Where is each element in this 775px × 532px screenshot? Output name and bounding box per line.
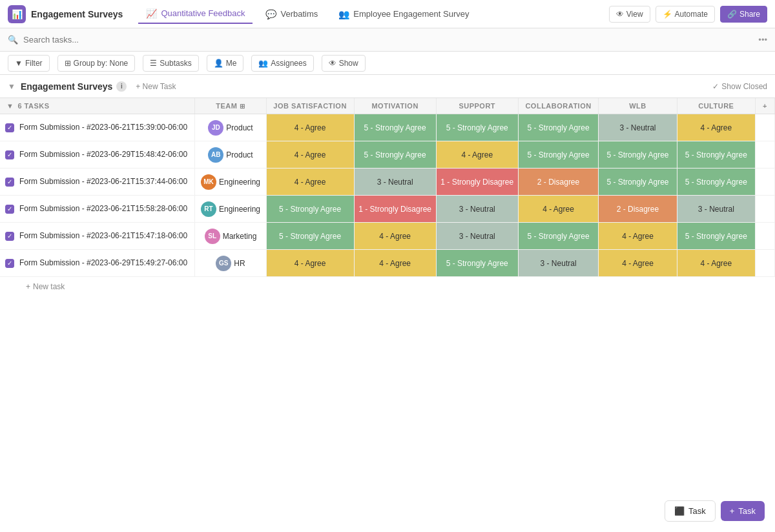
culture-cell[interactable]: 5 - Strongly Agree [677,169,755,196]
subtasks-icon: ☰ [150,59,157,68]
collaboration-cell[interactable]: 2 - Disagree [518,169,599,196]
tab-employee-survey[interactable]: 👥 Employee Engagement Survey [331,5,477,23]
task-name-label: Form Submission - #2023-06-21T15:37:44-0… [19,177,187,187]
table-header-row: ▼ 6 TASKS TEAM ⊞ JOB SATISFACTION MOTIVA… [0,98,775,114]
wlb-cell[interactable]: 5 - Strongly Agree [599,141,677,169]
motivation-cell[interactable]: 3 - Neutral [354,169,436,196]
table-row: ✓ Form Submission - #2023-06-21T15:58:28… [0,196,775,223]
tab-quantitative-feedback[interactable]: 📈 Quantitative Feedback [138,5,253,24]
task-name-cell: ✓ Form Submission - #2023-06-21T15:39:00… [0,114,195,141]
share-button[interactable]: 🔗 Share [720,6,767,23]
motivation-cell[interactable]: 4 - Agree [354,250,436,277]
culture-cell[interactable]: 4 - Agree [677,114,755,141]
verbatims-icon: 💬 [265,9,276,19]
add-column-icon[interactable]: + [763,102,767,110]
avatar: MK [201,174,216,190]
job_satisfaction-cell[interactable]: 4 - Agree [266,250,354,277]
culture-cell[interactable]: 5 - Strongly Agree [677,223,755,250]
task-checkbox[interactable]: ✓ [5,232,14,241]
support-cell[interactable]: 4 - Agree [436,141,518,169]
subtasks-button[interactable]: ☰ Subtasks [143,55,198,72]
add-task-plus-icon: + [26,282,30,291]
team-sort-icon[interactable]: ⊞ [240,103,245,110]
collaboration-cell[interactable]: 5 - Strongly Agree [518,141,599,169]
me-icon: 👤 [214,59,223,68]
row-actions-cell [756,196,775,223]
add-task-row[interactable]: + New task [0,277,775,296]
support-cell[interactable]: 3 - Neutral [436,196,518,223]
search-input[interactable] [23,35,152,45]
wlb-cell[interactable]: 5 - Strongly Agree [599,169,677,196]
app-icon: 📊 [8,5,26,23]
search-options-button[interactable]: ••• [758,35,767,45]
filter-button[interactable]: ▼ Filter [8,55,50,72]
row-actions-cell [756,141,775,169]
culture-cell[interactable]: 5 - Strongly Agree [677,141,755,169]
collapse-button[interactable]: ▼ [8,82,16,91]
view-button[interactable]: 👁 View [609,6,650,23]
team-cell: JD Product [195,114,266,141]
support-cell[interactable]: 5 - Strongly Agree [436,114,518,141]
nav-actions: 👁 View ⚡ Automate 🔗 Share [609,6,767,23]
team-label: Engineering [219,205,260,214]
project-info-icon[interactable]: i [116,81,127,92]
collapse-all-icon[interactable]: ▼ [6,102,14,110]
motivation-cell[interactable]: 5 - Strongly Agree [354,114,436,141]
group-by-button[interactable]: ⊞ Group by: None [57,55,136,72]
assignees-button[interactable]: 👥 Assignees [251,55,313,72]
wlb-cell[interactable]: 4 - Agree [599,250,677,277]
wlb-cell[interactable]: 3 - Neutral [599,114,677,141]
motivation-cell[interactable]: 1 - Strongly Disagree [354,196,436,223]
automate-button[interactable]: ⚡ Automate [656,6,715,23]
culture-cell[interactable]: 3 - Neutral [677,196,755,223]
team-label: Product [226,150,253,159]
task-name-cell: ✓ Form Submission - #2023-06-21T15:47:18… [0,223,195,250]
wlb-cell[interactable]: 4 - Agree [599,223,677,250]
wlb-cell[interactable]: 2 - Disagree [599,196,677,223]
project-name: Engagement Surveys i [21,81,127,92]
row-actions-cell [756,114,775,141]
job_satisfaction-cell[interactable]: 5 - Strongly Agree [266,223,354,250]
team-label: Marketing [223,232,257,241]
task-checkbox[interactable]: ✓ [5,259,14,268]
col-header-job-satisfaction: JOB SATISFACTION [266,98,354,114]
task-name-cell: ✓ Form Submission - #2023-06-29T15:48:42… [0,141,195,169]
task-name-label: Form Submission - #2023-06-21T15:39:00-0… [19,123,187,133]
job_satisfaction-cell[interactable]: 4 - Agree [266,114,354,141]
table-row: ✓ Form Submission - #2023-06-21T15:47:18… [0,223,775,250]
motivation-cell[interactable]: 5 - Strongly Agree [354,141,436,169]
show-button[interactable]: 👁 Show [322,55,366,72]
support-cell[interactable]: 1 - Strongly Disagree [436,169,518,196]
job_satisfaction-cell[interactable]: 4 - Agree [266,169,354,196]
row-actions-cell [756,250,775,277]
motivation-cell[interactable]: 4 - Agree [354,223,436,250]
team-cell: MK Engineering [195,169,266,196]
col-header-wlb: WLB [599,98,677,114]
task-checkbox[interactable]: ✓ [5,205,14,214]
new-task-header-button[interactable]: + New Task [132,80,180,93]
col-header-motivation: MOTIVATION [354,98,436,114]
filter-icon: ▼ [15,59,23,68]
collaboration-cell[interactable]: 4 - Agree [518,196,599,223]
support-cell[interactable]: 3 - Neutral [436,223,518,250]
job_satisfaction-cell[interactable]: 5 - Strongly Agree [266,196,354,223]
task-checkbox[interactable]: ✓ [5,150,14,159]
col-header-actions: + [756,98,775,114]
task-checkbox[interactable]: ✓ [5,123,14,132]
search-icon: 🔍 [8,35,18,45]
collaboration-cell[interactable]: 5 - Strongly Agree [518,114,599,141]
share-icon: 🔗 [727,10,737,19]
show-closed-button[interactable]: ✓ Show Closed [712,82,767,91]
tab-verbatims[interactable]: 💬 Verbatims [258,5,326,23]
task-checkbox[interactable]: ✓ [5,178,14,187]
job_satisfaction-cell[interactable]: 4 - Agree [266,141,354,169]
task-name-label: Form Submission - #2023-06-29T15:48:42-0… [19,150,187,160]
support-cell[interactable]: 5 - Strongly Agree [436,250,518,277]
app-title: Engagement Surveys [31,9,123,19]
collaboration-cell[interactable]: 3 - Neutral [518,250,599,277]
me-button[interactable]: 👤 Me [207,55,244,72]
project-header: ▼ Engagement Surveys i + New Task ✓ Show… [0,75,775,98]
collaboration-cell[interactable]: 5 - Strongly Agree [518,223,599,250]
avatar: JD [208,120,223,136]
culture-cell[interactable]: 4 - Agree [677,250,755,277]
